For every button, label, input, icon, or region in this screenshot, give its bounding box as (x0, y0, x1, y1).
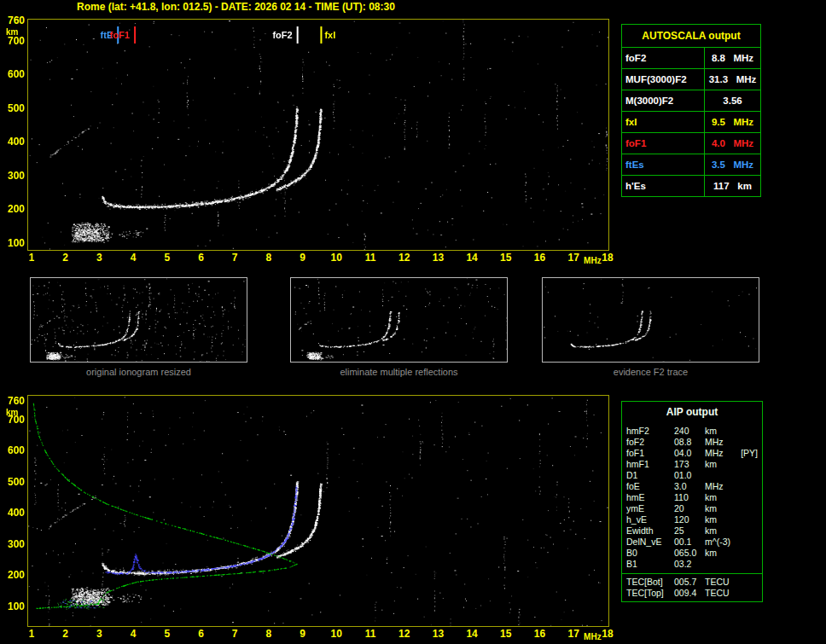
y-axis-tick-label: 500 (0, 102, 25, 114)
parameter-label: TEC[Top] (626, 588, 674, 599)
x-axis-tick-label: 7 (226, 252, 243, 264)
parameter-note (739, 577, 758, 588)
parameter-note (739, 537, 758, 548)
parameter-value: 240 (674, 426, 705, 437)
parameter-label: hmE (626, 492, 674, 503)
parameter-value: 3.0 (674, 481, 705, 492)
parameter-label: foF1 (626, 448, 674, 459)
thumbnail-caption: original ionogram resized (30, 367, 247, 377)
parameter-unit: MHz (705, 481, 739, 492)
x-axis-tick-label: 15 (497, 628, 515, 640)
parameter-label: foF2 (622, 48, 705, 68)
thumbnail-f2-trace (542, 277, 759, 363)
y-axis-unit-label: km (6, 408, 18, 417)
parameter-note (739, 426, 758, 437)
y-axis-tick-label: 600 (0, 444, 25, 456)
x-axis-tick-label: 1 (23, 252, 40, 264)
thumbnail-canvas (291, 278, 507, 362)
x-axis-tick-label: 14 (463, 628, 480, 640)
y-axis-tick-label: 200 (0, 203, 25, 215)
x-axis-tick-label: 2 (57, 252, 74, 264)
x-axis-unit-label: MHz (584, 256, 602, 265)
parameter-unit: m^(-3) (705, 537, 739, 548)
aip-row-D1: D101.0 (622, 470, 762, 481)
aip-row-DelN_vE: DelN_vE00.1m^(-3) (622, 537, 762, 548)
aip-output-header: AIP output (622, 402, 762, 426)
y-axis-tick-label: 760 (0, 15, 25, 26)
parameter-label: B1 (626, 559, 674, 570)
autoscala-output-table: AUTOSCALA output foF28.8 MHzMUF(3000)F23… (621, 24, 761, 197)
autoscala-row-h'Es: h'Es117 km (622, 175, 760, 196)
autoscala-row-M(3000)F2: M(3000)F23.56 (622, 90, 760, 111)
parameter-label: h'Es (622, 176, 705, 196)
aip-row-hmF2: hmF2240km (622, 426, 762, 437)
parameter-label: M(3000)F2 (622, 90, 705, 111)
parameter-unit: km (705, 525, 739, 537)
x-axis-tick-label: 1 (23, 628, 40, 640)
x-axis-tick-label: 12 (396, 628, 413, 640)
parameter-unit: km (705, 459, 739, 470)
parameter-value: 00.1 (674, 537, 705, 548)
parameter-label: foF1 (622, 133, 705, 154)
x-axis-tick-label: 16 (532, 252, 549, 264)
parameter-note (739, 588, 758, 599)
parameter-note (739, 492, 758, 503)
x-axis-tick-label: 2 (57, 628, 74, 640)
aip-row-TEC[Bot]: TEC[Bot]005.7TECU (622, 577, 762, 588)
parameter-label: foF2 (626, 437, 674, 448)
x-axis-tick-label: 7 (226, 628, 243, 640)
parameter-unit: TECU (705, 588, 739, 599)
y-axis-tick-label: 200 (0, 569, 25, 581)
x-axis-tick-label: 8 (260, 252, 277, 264)
parameter-value: 31.3 MHz (705, 69, 760, 90)
parameter-label: D1 (626, 470, 674, 481)
x-axis-tick-label: 16 (532, 628, 549, 640)
x-axis-tick-label: 17 (565, 628, 582, 640)
x-axis-tick-label: 5 (159, 252, 176, 264)
autoscala-screen: Rome (lat: +41.8, lon: 012.5) - DATE: 20… (0, 0, 826, 644)
x-axis-tick-label: 8 (260, 628, 277, 640)
main-ionogram-plot (27, 19, 609, 251)
x-axis-tick-label: 3 (90, 252, 108, 264)
thumbnail-caption: evidence F2 trace (542, 367, 759, 377)
aip-output-rows: hmF2240kmfoF208.8MHzfoF104.0MHz[PY]hmF11… (622, 426, 762, 570)
aip-row-h_vE: h_vE120km (622, 514, 762, 525)
parameter-unit: MHz (705, 448, 739, 459)
parameter-unit: km (705, 492, 739, 503)
parameter-unit: MHz (705, 437, 739, 448)
parameter-value: 005.7 (674, 577, 705, 588)
marker-label-fof2: foF2 (259, 30, 293, 40)
aip-row-foE: foE3.0MHz (622, 481, 762, 492)
thumbnail-caption: eliminate multiple reflections (290, 367, 508, 377)
parameter-value: 009.4 (674, 588, 705, 599)
x-axis-tick-label: 15 (497, 252, 515, 264)
y-axis-tick-label: 300 (0, 538, 25, 550)
x-axis-tick-label: 18 (599, 252, 616, 264)
parameter-label: DelN_vE (626, 537, 674, 548)
y-axis-tick-label: 300 (0, 170, 25, 182)
aip-row-ymE: ymE20km (622, 503, 762, 514)
parameter-value: 9.5 MHz (705, 112, 760, 132)
aip-output-table: AIP output hmF2240kmfoF208.8MHzfoF104.0M… (621, 401, 763, 602)
parameter-label: ftEs (622, 154, 705, 175)
x-axis-tick-label: 5 (159, 628, 176, 640)
autoscala-row-ftEs: ftEs3.5 MHz (622, 154, 760, 175)
y-axis-tick-label: 100 (0, 237, 25, 249)
parameter-label: Ewidth (626, 525, 674, 537)
y-axis-tick-label: 400 (0, 136, 25, 148)
x-axis-tick-label: 3 (90, 628, 108, 640)
parameter-note (739, 470, 758, 481)
y-axis-unit-label: km (6, 27, 18, 37)
parameter-value: 3.5 MHz (705, 154, 760, 175)
parameter-value: 117 km (705, 176, 760, 196)
aip-row-TEC[Top]: TEC[Top]009.4TECU (622, 588, 762, 599)
y-axis-tick-label: 400 (0, 507, 25, 519)
parameter-value: 3.56 (705, 90, 760, 111)
x-axis-tick-label: 17 (565, 252, 582, 264)
x-axis-tick-label: 6 (193, 252, 210, 264)
parameter-label: hmF2 (626, 426, 674, 437)
main-ionogram-canvas (28, 20, 608, 250)
thumbnail-multiple-reflections (290, 277, 508, 363)
aip-ionogram-plot (27, 395, 609, 627)
parameter-value: 065.0 (674, 548, 705, 559)
